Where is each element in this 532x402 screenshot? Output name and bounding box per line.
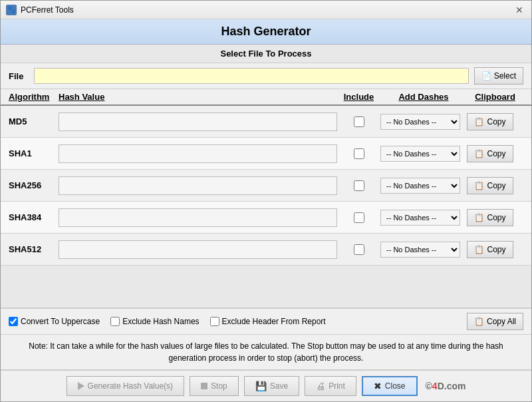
copy-label-sha512: Copy: [487, 245, 505, 254]
save-button[interactable]: 💾 Save: [244, 376, 299, 396]
print-label: Print: [329, 381, 345, 391]
label-exclude-hash-names: Exclude Hash Names: [122, 317, 199, 326]
copy-button-sha512[interactable]: 📋 Copy: [467, 241, 513, 258]
col-algorithm: Algorithm: [9, 92, 59, 102]
copy-button-md5[interactable]: 📋 Copy: [467, 113, 513, 130]
stop-label: Stop: [211, 381, 227, 391]
close-button[interactable]: ✖ Close: [362, 376, 418, 396]
label-exclude-header: Exclude Header From Report: [222, 317, 326, 326]
copy-icon-sha256: 📋: [474, 181, 484, 190]
include-sha384: [337, 212, 380, 223]
select-label: Select: [494, 71, 516, 81]
label-convert-uppercase: Convert To Uppercase: [21, 317, 100, 326]
title-bar-left: 🐾 PCFerret Tools: [6, 5, 74, 15]
table-row: SHA384 -- No Dashes -- Every 2 Every 4 E…: [1, 202, 531, 234]
stop-icon: [201, 383, 207, 389]
copy-icon-sha512: 📋: [474, 245, 484, 254]
dashes-select-sha256[interactable]: -- No Dashes -- Every 2 Every 4 Every 8: [380, 178, 460, 194]
hash-rows: MD5 -- No Dashes -- Every 2 Every 4 Ever…: [1, 106, 531, 308]
note-text: Note: It can take a while for the hash v…: [29, 341, 503, 363]
table-row: MD5 -- No Dashes -- Every 2 Every 4 Ever…: [1, 106, 531, 138]
col-clipboard: Clipboard: [467, 92, 523, 102]
window-title: PCFerret Tools: [21, 5, 74, 15]
subheader: Select File To Process: [1, 45, 531, 63]
col-add-dashes: Add Dashes: [380, 92, 467, 102]
table-row: SHA256 -- No Dashes -- Every 2 Every 4 E…: [1, 170, 531, 202]
col-include: Include: [337, 92, 380, 102]
hash-value-sha512[interactable]: [59, 240, 337, 259]
algo-label-sha384: SHA384: [9, 212, 59, 222]
table-row: SHA512 -- No Dashes -- Every 2 Every 4 E…: [1, 234, 531, 266]
copy-label-md5: Copy: [487, 117, 505, 126]
checkbox-convert-uppercase[interactable]: [9, 317, 18, 326]
include-checkbox-sha384[interactable]: [354, 212, 364, 223]
algo-label-md5: MD5: [9, 116, 59, 126]
table-row: SHA1 -- No Dashes -- Every 2 Every 4 Eve…: [1, 138, 531, 170]
print-icon: 🖨: [316, 381, 325, 391]
save-label: Save: [270, 381, 288, 391]
include-checkbox-sha1[interactable]: [354, 148, 364, 159]
copy-all-label: Copy All: [487, 317, 516, 326]
file-label: File: [9, 71, 29, 81]
app-icon: 🐾: [6, 5, 17, 15]
generate-label: Generate Hash Value(s): [88, 381, 174, 391]
copy-all-button[interactable]: 📋 Copy All: [467, 313, 523, 330]
include-sha256: [337, 180, 380, 191]
copy-label-sha384: Copy: [487, 213, 505, 222]
select-button[interactable]: 📄 Select: [474, 67, 523, 85]
option-exclude-hash-names[interactable]: Exclude Hash Names: [110, 317, 199, 326]
close-label: Close: [385, 381, 406, 391]
table-header: Algorithm Hash Value Include Add Dashes …: [1, 89, 531, 106]
stop-button[interactable]: Stop: [190, 376, 239, 396]
include-checkbox-sha256[interactable]: [354, 180, 364, 191]
options-bar: Convert To Uppercase Exclude Hash Names …: [1, 308, 531, 335]
print-button[interactable]: 🖨 Print: [305, 376, 356, 396]
copy-button-sha1[interactable]: 📋 Copy: [467, 145, 513, 162]
include-sha1: [337, 148, 380, 159]
watermark: ©4D.com: [426, 381, 466, 391]
file-icon: 📄: [481, 71, 491, 81]
dashes-select-sha512[interactable]: -- No Dashes -- Every 2 Every 4 Every 8: [380, 242, 460, 258]
app-header: Hash Generator: [1, 19, 531, 45]
algo-label-sha1: SHA1: [9, 148, 59, 158]
title-bar: 🐾 PCFerret Tools ✕: [1, 1, 531, 19]
dashes-select-sha1[interactable]: -- No Dashes -- Every 2 Every 4 Every 8: [380, 146, 460, 162]
app-title: Hash Generator: [221, 25, 311, 38]
bottom-toolbar: Generate Hash Value(s) Stop 💾 Save 🖨 Pri…: [1, 370, 531, 401]
play-icon: [78, 382, 84, 390]
hash-value-md5[interactable]: [59, 112, 337, 131]
copy-label-sha1: Copy: [487, 149, 505, 158]
algo-label-sha512: SHA512: [9, 244, 59, 254]
file-input[interactable]: [34, 68, 469, 84]
close-icon: ✖: [374, 381, 382, 391]
include-md5: [337, 116, 380, 127]
include-sha512: [337, 244, 380, 255]
note-bar: Note: It can take a while for the hash v…: [1, 335, 531, 370]
copy-label-sha256: Copy: [487, 181, 505, 190]
copy-button-sha256[interactable]: 📋 Copy: [467, 177, 513, 194]
dashes-select-md5[interactable]: -- No Dashes -- Every 2 Every 4 Every 8: [380, 114, 460, 130]
copy-icon-md5: 📋: [474, 117, 484, 126]
include-checkbox-sha512[interactable]: [354, 244, 364, 255]
dashes-sha384: -- No Dashes -- Every 2 Every 4 Every 8: [380, 210, 467, 226]
window-close-button[interactable]: ✕: [513, 3, 526, 17]
copy-button-sha384[interactable]: 📋 Copy: [467, 209, 513, 226]
option-exclude-header[interactable]: Exclude Header From Report: [210, 317, 326, 326]
algo-label-sha256: SHA256: [9, 180, 59, 190]
checkbox-exclude-hash-names[interactable]: [110, 317, 120, 326]
option-convert-uppercase[interactable]: Convert To Uppercase: [9, 317, 100, 326]
dashes-md5: -- No Dashes -- Every 2 Every 4 Every 8: [380, 114, 467, 130]
dashes-select-sha384[interactable]: -- No Dashes -- Every 2 Every 4 Every 8: [380, 210, 460, 226]
copy-icon-sha1: 📋: [474, 149, 484, 158]
save-icon: 💾: [255, 381, 267, 391]
hash-value-sha256[interactable]: [59, 176, 337, 195]
include-checkbox-md5[interactable]: [354, 116, 364, 127]
dashes-sha256: -- No Dashes -- Every 2 Every 4 Every 8: [380, 178, 467, 194]
hash-value-sha384[interactable]: [59, 208, 337, 227]
file-row: File 📄 Select: [1, 63, 531, 89]
subheader-text: Select File To Process: [220, 49, 311, 59]
checkbox-exclude-header[interactable]: [210, 317, 219, 326]
hash-value-sha1[interactable]: [59, 144, 337, 163]
dashes-sha512: -- No Dashes -- Every 2 Every 4 Every 8: [380, 242, 467, 258]
generate-button[interactable]: Generate Hash Value(s): [66, 376, 185, 396]
